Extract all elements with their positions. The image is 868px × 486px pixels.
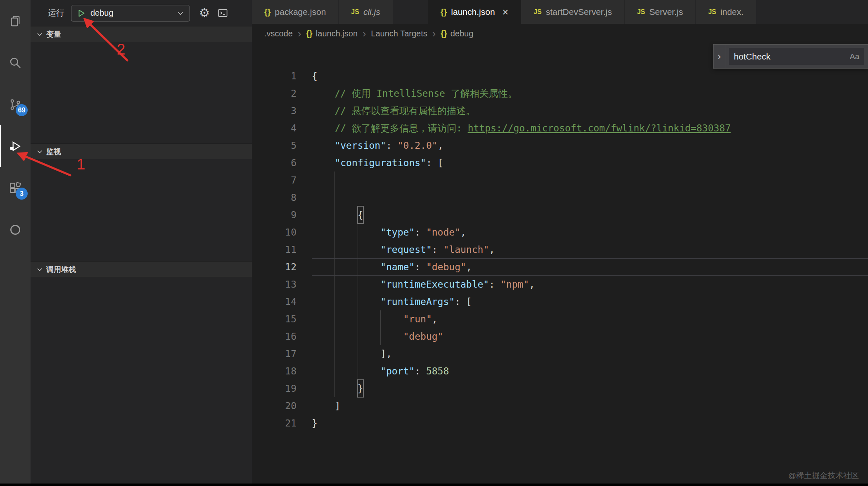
code-line[interactable]: 17], (252, 345, 868, 362)
code-line[interactable]: 16"debug" (252, 328, 868, 345)
extensions-badge: 3 (16, 188, 28, 200)
code-line[interactable]: 11"request": "launch", (252, 241, 868, 258)
line-number[interactable]: 9 (252, 206, 296, 224)
activity-item-run-debug[interactable] (0, 125, 31, 167)
line-number[interactable]: 1 (252, 67, 296, 85)
code-line[interactable]: 21} (252, 415, 868, 432)
files-icon (9, 14, 22, 28)
code-token: , (460, 224, 466, 241)
find-query-text: hotCheck (734, 52, 771, 62)
line-number[interactable]: 13 (252, 276, 296, 293)
activity-item-explorer[interactable] (0, 0, 31, 42)
tab-label: Server.js (649, 7, 683, 17)
code-line[interactable]: 6"configurations": [ (252, 154, 868, 172)
match-case-toggle[interactable]: Aa (850, 52, 859, 61)
code-line[interactable]: 18"port": 5858 (252, 362, 868, 380)
section-label: 变量 (46, 29, 61, 39)
gear-icon[interactable]: ⚙ (199, 7, 210, 19)
search-icon (9, 56, 22, 69)
code-line[interactable]: 9{ (252, 206, 868, 224)
find-widget: › hotCheck Aa (713, 44, 868, 69)
json-file-icon: {} (264, 7, 271, 17)
json-file-icon: {} (306, 29, 313, 38)
section-header-watch[interactable]: 监视 (31, 143, 252, 159)
line-number[interactable]: 17 (252, 345, 296, 362)
line-number[interactable]: 2 (252, 85, 296, 102)
code-token: "0.2.0" (398, 137, 438, 154)
line-number[interactable]: 15 (252, 310, 296, 328)
code-token: "debug" (403, 328, 443, 345)
breadcrumb-item[interactable]: .vscode (264, 29, 293, 38)
code-token: "runtimeExecutable" (380, 276, 489, 293)
breadcrumb-item[interactable]: {}launch.json (306, 29, 358, 38)
code-line[interactable]: 8 (252, 189, 868, 206)
debug-sidebar: 运行 debug ⚙ 变量 监视 (31, 0, 252, 486)
watermark: @稀土掘金技术社区 (788, 470, 859, 481)
tab-cli-js[interactable]: JScli.js (339, 0, 393, 24)
find-input[interactable]: hotCheck Aa (729, 48, 864, 65)
start-debug-play-icon[interactable] (76, 8, 86, 18)
line-number[interactable]: 7 (252, 172, 296, 189)
activity-item-source-control[interactable]: 69 (0, 83, 31, 125)
breadcrumb-item[interactable]: {}debug (441, 29, 473, 38)
line-number[interactable]: 4 (252, 119, 296, 137)
code-line[interactable]: 13"runtimeExecutable": "npm", (252, 276, 868, 293)
line-number[interactable]: 12 (252, 258, 296, 276)
activity-bar: 69 3 (0, 0, 31, 486)
code-token: { (312, 67, 318, 85)
close-icon[interactable]: × (503, 6, 509, 18)
line-number[interactable]: 21 (252, 415, 296, 432)
line-number[interactable]: 16 (252, 328, 296, 345)
tab-package-json[interactable]: {}package.json (252, 0, 339, 24)
tab-launch-json[interactable]: {}launch.json× (428, 0, 521, 24)
tab-index[interactable]: JSindex. (696, 0, 757, 24)
code-line[interactable]: 2// 使用 IntelliSense 了解相关属性。 (252, 85, 868, 102)
activity-item-circle[interactable] (0, 209, 31, 250)
code-line[interactable]: 5"version": "0.2.0", (252, 137, 868, 154)
code-line[interactable]: 19} (252, 380, 868, 397)
code-token: , (438, 137, 443, 154)
section-header-callstack[interactable]: 调用堆栈 (31, 261, 252, 277)
code-token: "version" (334, 137, 386, 154)
debug-config-name: debug (90, 8, 114, 18)
line-number[interactable]: 14 (252, 293, 296, 310)
activity-item-search[interactable] (0, 42, 31, 83)
activity-item-extensions[interactable]: 3 (0, 167, 31, 209)
code-line[interactable]: 10"type": "node", (252, 224, 868, 241)
line-number[interactable]: 6 (252, 154, 296, 172)
line-number[interactable]: 19 (252, 380, 296, 397)
run-label: 运行 (48, 7, 64, 19)
line-number[interactable]: 10 (252, 224, 296, 241)
section-header-variables[interactable]: 变量 (31, 26, 252, 42)
line-number[interactable]: 3 (252, 102, 296, 119)
breadcrumb-item[interactable]: Launch Targets (371, 29, 427, 38)
tab-server-js[interactable]: JSServer.js (625, 0, 696, 24)
line-number[interactable]: 5 (252, 137, 296, 154)
js-file-icon: JS (351, 8, 359, 16)
chevron-down-icon (176, 9, 185, 17)
code-line[interactable]: 3// 悬停以查看现有属性的描述。 (252, 102, 868, 119)
js-file-icon: JS (637, 8, 645, 16)
find-expand-chevron-icon[interactable]: › (714, 45, 725, 68)
debug-config-dropdown[interactable]: debug (71, 5, 190, 21)
code-line[interactable]: 1{ (252, 67, 868, 85)
code-line[interactable]: 14"runtimeArgs": [ (252, 293, 868, 310)
code-line[interactable]: 15"run", (252, 310, 868, 328)
tab-startdevserver-js[interactable]: JSstartDevServer.js (521, 0, 624, 24)
code-line[interactable]: 7 (252, 172, 868, 189)
section-label: 调用堆栈 (46, 264, 76, 274)
debug-toolbar: 运行 debug ⚙ (31, 0, 252, 26)
line-number[interactable]: 20 (252, 397, 296, 415)
line-number[interactable]: 8 (252, 189, 296, 206)
code-line[interactable]: 12"name": "debug", (252, 258, 868, 276)
code-line[interactable]: 4// 欲了解更多信息，请访问: https://go.microsoft.co… (252, 119, 868, 137)
code-area[interactable]: 1{2// 使用 IntelliSense 了解相关属性。3// 悬停以查看现有… (252, 43, 868, 432)
code-token: : (415, 258, 426, 276)
line-number[interactable]: 18 (252, 362, 296, 380)
code-line[interactable]: 20] (252, 397, 868, 415)
line-number[interactable]: 11 (252, 241, 296, 258)
js-file-icon: JS (534, 8, 542, 16)
code-token: "configurations" (334, 154, 426, 172)
debug-console-icon[interactable] (217, 7, 228, 19)
code-token: "launch" (443, 241, 489, 258)
